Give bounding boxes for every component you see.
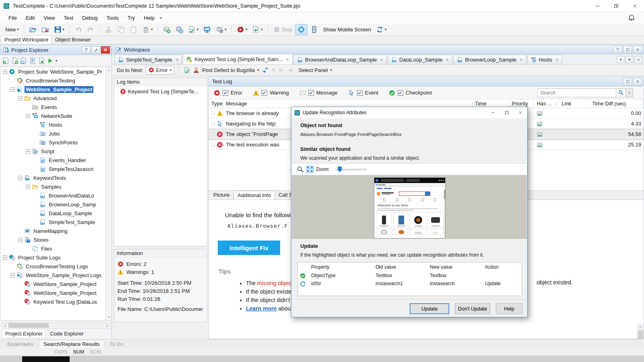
update-button[interactable]: Update <box>410 303 449 314</box>
scroll-tabs-left-button[interactable] <box>617 56 625 63</box>
collapse-icon[interactable] <box>26 149 30 154</box>
checkbox[interactable] <box>308 90 314 96</box>
open-button[interactable] <box>27 25 39 35</box>
tree-item[interactable]: WebStore_Sample_Project <box>0 280 111 288</box>
tree-item[interactable]: Project Suite 'WebStore_Sample_Pr <box>0 67 111 76</box>
collapse-icon[interactable] <box>10 273 15 278</box>
close-project-button[interactable] <box>39 25 51 35</box>
close-tab-icon[interactable]: × <box>286 56 289 62</box>
attribute-row[interactable]: idStrinstasearch1instasearchUpdate <box>298 280 522 288</box>
collapse-icon[interactable] <box>26 185 30 189</box>
tree-item[interactable]: Project Suite Logs <box>0 253 111 262</box>
tree-item[interactable]: CrossBrowserTesting <box>0 76 111 85</box>
tree-scrollbar[interactable] <box>105 67 111 320</box>
tree-item[interactable]: DataLoop_Sample <box>0 209 111 218</box>
select-panel-button[interactable]: Select Panel <box>299 67 328 73</box>
tree-item[interactable]: Hosts <box>0 120 111 129</box>
collapse-icon[interactable] <box>10 87 15 92</box>
back-button[interactable] <box>279 67 285 74</box>
tree-item[interactable]: NameMapping <box>0 226 111 235</box>
scroll-tabs-right-button[interactable] <box>625 56 634 63</box>
tree-item[interactable]: WebStore_Sample_Project <box>0 288 111 297</box>
checkbox[interactable] <box>398 90 403 96</box>
explorer-tab-code-explorer[interactable]: Code Explorer <box>47 329 87 338</box>
issue-tracking-icon[interactable] <box>184 67 190 74</box>
tree-item[interactable]: KeywordTests <box>0 173 111 182</box>
main-tab-object-browser[interactable]: Object Browser <box>52 36 94 44</box>
menu-debug[interactable]: Debug <box>78 13 102 23</box>
undo-button[interactable] <box>72 25 84 35</box>
record-button[interactable]: ▾ <box>235 25 250 35</box>
highlight-icon[interactable] <box>297 166 304 173</box>
tree-item[interactable]: Advanced <box>0 94 111 103</box>
dialog-minimize-button[interactable] <box>486 107 500 118</box>
tree-item[interactable]: Samples <box>0 182 111 191</box>
collapse-icon[interactable] <box>18 176 23 180</box>
filter-message[interactable]: Message <box>299 90 338 96</box>
tree-item[interactable]: Script <box>0 147 111 156</box>
show-mobile-screen-button[interactable]: Show Mobile Screen <box>321 25 373 34</box>
goto-next-dropdown[interactable]: Error▾ <box>146 66 174 74</box>
tree-item[interactable]: WebStore_Sample_Project Logs <box>0 271 111 280</box>
test-log-restore-button[interactable] <box>623 78 632 85</box>
minimize-button[interactable] <box>588 0 607 12</box>
mobile-screen-button[interactable] <box>308 25 320 35</box>
learn-more-link[interactable]: Learn more <box>246 305 277 312</box>
filter-event[interactable]: Event <box>348 90 378 96</box>
run-project-icon[interactable] <box>38 57 45 64</box>
search-options-icon[interactable]: ▾ <box>626 88 633 97</box>
intelligent-fix-button[interactable]: Intelligent Fix <box>218 241 280 255</box>
zoom-slider[interactable] <box>335 167 367 172</box>
dialog-close-button[interactable] <box>514 107 527 118</box>
close-button[interactable] <box>625 0 644 12</box>
highlight-object-button[interactable] <box>295 24 308 35</box>
doc-tab[interactable]: BrowserLoop_Sample× <box>453 55 526 64</box>
data-generator-button[interactable]: ▾ <box>214 25 229 35</box>
collapse-icon[interactable] <box>26 114 30 118</box>
bottom-tab-bookmarks[interactable]: Bookmarks <box>3 340 37 348</box>
tree-item[interactable]: Events <box>0 103 111 111</box>
tree-item[interactable]: CrossBrowserTesting Logs <box>0 262 111 271</box>
object-spy-button[interactable] <box>201 25 213 35</box>
explorer-tab-project-explorer[interactable]: Project Explorer <box>2 329 46 338</box>
cut-button[interactable] <box>103 25 114 35</box>
jump-icon[interactable] <box>262 67 268 74</box>
tree-item[interactable]: BrowserAndDataLo <box>0 191 111 200</box>
checkbox[interactable] <box>223 90 228 96</box>
tree-item[interactable]: Stores <box>0 235 111 244</box>
close-tab-icon[interactable]: × <box>520 57 523 63</box>
close-tab-icon[interactable]: × <box>555 57 559 63</box>
pin-button[interactable] <box>91 46 100 53</box>
open-item-icon[interactable] <box>20 57 27 64</box>
order-items-icon[interactable] <box>29 57 36 64</box>
run-options-icon[interactable] <box>47 57 54 64</box>
tree-item[interactable]: Jobs <box>0 129 111 138</box>
up-level-button[interactable] <box>271 67 276 73</box>
collapse-icon[interactable] <box>3 255 7 260</box>
dont-update-button[interactable]: Don't Update <box>455 303 490 314</box>
close-tab-icon[interactable]: × <box>175 57 179 63</box>
zoom-slider-thumb[interactable] <box>338 167 342 172</box>
bottom-tab-to-do[interactable]: To Do <box>106 340 128 348</box>
tree-item[interactable]: BrowserLoop_Samp <box>0 200 111 209</box>
menu-file[interactable]: File <box>4 13 21 23</box>
tree-item[interactable]: SynchPoints <box>0 138 111 147</box>
doc-tab[interactable]: SimpleTest_Sample× <box>114 55 182 64</box>
tree-item[interactable]: WebStore_Sample_Project <box>0 85 111 94</box>
collapse-icon[interactable] <box>3 70 7 74</box>
filter-error[interactable]: Error <box>214 90 242 96</box>
checklist-button[interactable]: ▾ <box>186 25 201 35</box>
tree-item[interactable]: Events_Handler <box>0 156 111 165</box>
log-item[interactable]: Keyword Test Log [SimpleTe... <box>114 86 207 95</box>
doc-tab[interactable]: DataLoop_Sample× <box>388 55 452 64</box>
post-defect-button[interactable]: Post Defect to Bugzilla <box>202 67 255 73</box>
menu-tools[interactable]: Tools <box>102 13 123 23</box>
workspace-help-button[interactable]: ? <box>613 46 622 53</box>
fit-to-screen-icon[interactable] <box>306 166 314 173</box>
menu-overflow-icon[interactable]: ▾ <box>160 16 162 20</box>
workspace-restore-button[interactable] <box>623 46 632 53</box>
menu-edit[interactable]: Edit <box>21 13 39 23</box>
tree-item[interactable]: Keyword Test Log [DataLoc <box>0 297 111 306</box>
close-panel-button[interactable] <box>101 46 110 53</box>
workspace-close-button[interactable] <box>633 46 642 53</box>
